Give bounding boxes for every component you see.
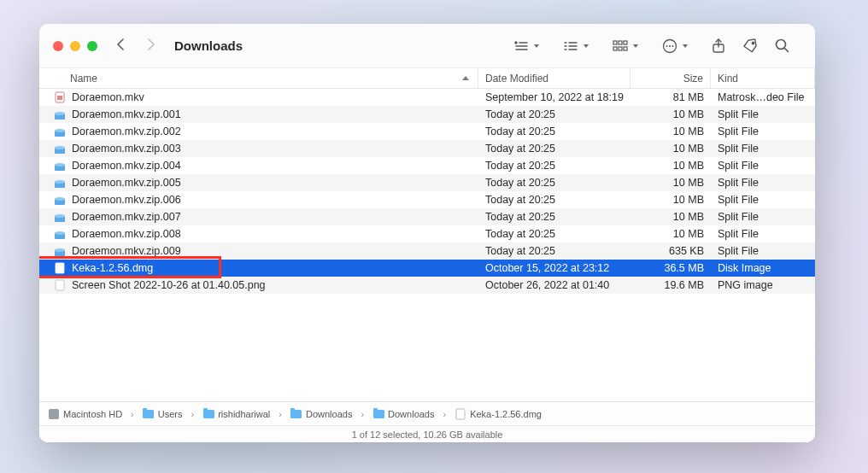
file-icon	[53, 142, 67, 155]
file-kind: Split File	[711, 211, 815, 223]
file-row[interactable]: Keka-1.2.56.dmgOctober 15, 2022 at 23:12…	[39, 260, 815, 277]
svg-point-39	[55, 214, 65, 218]
file-icon	[53, 210, 67, 224]
file-row[interactable]: Doraemon.mkv.zip.002Today at 20:2510 MBS…	[39, 123, 815, 140]
file-icon	[53, 278, 67, 292]
file-kind: Matrosk…deo File	[711, 91, 815, 103]
file-kind: Split File	[711, 160, 815, 172]
minimize-button[interactable]	[70, 41, 80, 51]
finder-window: Downloads	[39, 24, 815, 442]
file-row[interactable]: Doraemon.mkv.zip.003Today at 20:2510 MBS…	[39, 140, 815, 157]
file-row[interactable]: Doraemon.mkv.zip.004Today at 20:2510 MBS…	[39, 157, 815, 174]
titlebar: Downloads	[39, 24, 815, 68]
file-size: 10 MB	[630, 160, 711, 172]
column-header-kind[interactable]: Kind	[711, 68, 815, 88]
file-date: Today at 20:25	[478, 160, 630, 172]
file-icon	[53, 193, 67, 207]
chevron-down-icon	[534, 44, 539, 48]
file-row[interactable]: Doraemon.mkv.zip.006Today at 20:2510 MBS…	[39, 191, 815, 208]
search-button[interactable]	[775, 38, 789, 54]
file-row[interactable]: Doraemon.mkv.zip.007Today at 20:2510 MBS…	[39, 208, 815, 225]
breadcrumb-label: Users	[158, 409, 183, 419]
tags-button[interactable]	[742, 38, 758, 54]
view-options-button[interactable]	[563, 40, 589, 52]
breadcrumb-label: rishidhariwal	[218, 409, 270, 419]
folder-icon	[290, 408, 302, 420]
folder-icon	[202, 408, 214, 420]
file-row[interactable]: Doraemon.mkv.zip.009Today at 20:25635 KB…	[39, 242, 815, 260]
svg-rect-45	[56, 280, 64, 290]
svg-point-17	[666, 45, 668, 47]
file-name: Screen Shot 2022-10-26 at 01.40.05.png	[72, 279, 266, 291]
file-size: 36.5 MB	[630, 262, 711, 274]
more-button[interactable]	[662, 38, 688, 54]
file-row[interactable]: Doraemon.mkv.zip.001Today at 20:2510 MBS…	[39, 106, 815, 123]
file-row[interactable]: Doraemon.mkvSeptember 10, 2022 at 18:198…	[39, 89, 815, 106]
file-kind: Split File	[711, 177, 815, 189]
file-date: Today at 20:25	[478, 211, 630, 223]
svg-rect-14	[619, 47, 622, 50]
file-size: 10 MB	[630, 108, 711, 120]
file-icon	[53, 125, 67, 138]
file-list[interactable]: Doraemon.mkvSeptember 10, 2022 at 18:198…	[39, 89, 815, 401]
nav-arrows	[116, 38, 155, 53]
file-icon	[53, 261, 67, 275]
file-name: Doraemon.mkv.zip.006	[72, 194, 181, 206]
file-kind: Split File	[711, 194, 815, 206]
maximize-button[interactable]	[87, 41, 97, 51]
file-name: Doraemon.mkv	[72, 91, 144, 103]
column-header-size[interactable]: Size	[630, 68, 711, 88]
column-name-label: Name	[70, 73, 97, 85]
file-name: Doraemon.mkv.zip.004	[72, 160, 181, 172]
file-date: Today at 20:25	[478, 228, 630, 240]
close-button[interactable]	[53, 41, 63, 51]
breadcrumb-item[interactable]: Downloads	[372, 408, 434, 420]
svg-point-21	[752, 42, 754, 44]
file-kind: Split File	[711, 126, 815, 137]
file-size: 10 MB	[630, 228, 711, 240]
share-button[interactable]	[712, 38, 725, 54]
column-headers: Name Date Modified Size Kind	[39, 68, 815, 89]
file-date: Today at 20:25	[478, 126, 630, 137]
forward-button[interactable]	[148, 38, 155, 53]
file-row[interactable]: Doraemon.mkv.zip.005Today at 20:2510 MBS…	[39, 174, 815, 191]
breadcrumb-item[interactable]: Users	[143, 408, 183, 420]
svg-point-27	[55, 112, 65, 115]
breadcrumb-item[interactable]: Downloads	[290, 408, 352, 420]
breadcrumb-item[interactable]: Macintosh HD	[48, 408, 122, 420]
file-date: Today at 20:25	[478, 143, 630, 155]
path-bar: Macintosh HD›Users›rishidhariwal›Downloa…	[39, 401, 815, 425]
chevron-down-icon	[633, 44, 638, 48]
file-name: Doraemon.mkv.zip.001	[72, 108, 181, 120]
file-row[interactable]: Doraemon.mkv.zip.008Today at 20:2510 MBS…	[39, 225, 815, 242]
svg-rect-15	[624, 47, 627, 50]
arrange-button[interactable]	[613, 40, 638, 52]
breadcrumb-separator: ›	[131, 409, 134, 419]
file-size: 19.6 MB	[630, 279, 711, 291]
back-button[interactable]	[116, 38, 124, 53]
svg-rect-12	[624, 41, 627, 44]
breadcrumb-item[interactable]: rishidhariwal	[202, 408, 270, 420]
column-header-date[interactable]: Date Modified	[478, 68, 630, 88]
file-size: 635 KB	[630, 245, 711, 257]
breadcrumb-label: Downloads	[388, 409, 434, 419]
svg-point-19	[672, 45, 674, 47]
file-kind: Split File	[711, 228, 815, 240]
breadcrumb-separator: ›	[191, 409, 194, 419]
file-kind: Disk Image	[711, 262, 815, 274]
group-by-button[interactable]	[513, 40, 539, 52]
breadcrumb-item[interactable]: Keka-1.2.56.dmg	[455, 408, 542, 420]
file-kind: PNG image	[711, 279, 815, 291]
svg-rect-10	[613, 41, 617, 44]
file-row[interactable]: Screen Shot 2022-10-26 at 01.40.05.pngOc…	[39, 277, 815, 294]
svg-point-18	[669, 45, 671, 47]
svg-point-33	[55, 163, 65, 166]
file-date: Today at 20:25	[478, 108, 630, 120]
svg-point-43	[55, 248, 65, 252]
svg-point-0	[515, 42, 517, 44]
breadcrumb-label: Keka-1.2.56.dmg	[470, 409, 542, 419]
column-header-name[interactable]: Name	[39, 68, 478, 88]
file-kind: Split File	[711, 245, 815, 257]
file-name: Keka-1.2.56.dmg	[72, 262, 153, 274]
svg-point-41	[55, 231, 65, 235]
